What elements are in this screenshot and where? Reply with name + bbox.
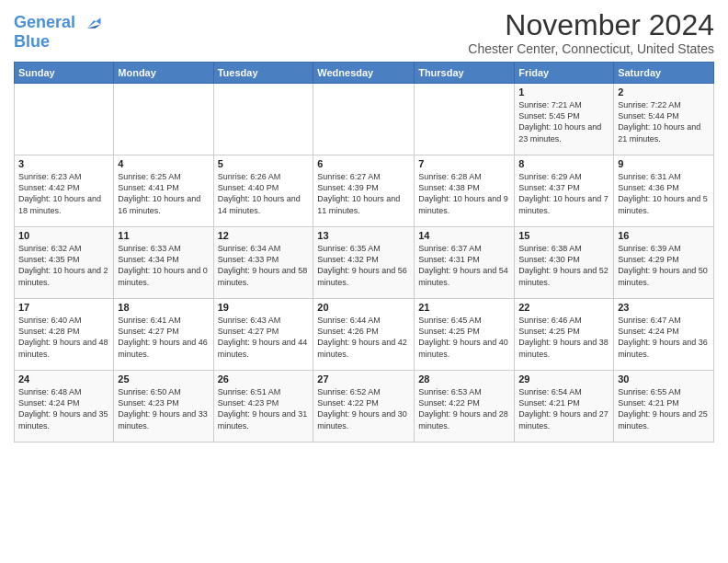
calendar-header-wednesday: Wednesday bbox=[313, 63, 415, 84]
day-info: Sunrise: 7:22 AM Sunset: 5:44 PM Dayligh… bbox=[618, 99, 710, 144]
day-number: 14 bbox=[418, 230, 510, 241]
calendar-cell: 29Sunrise: 6:54 AM Sunset: 4:21 PM Dayli… bbox=[515, 371, 614, 442]
calendar-header-monday: Monday bbox=[114, 63, 213, 84]
day-info: Sunrise: 6:23 AM Sunset: 4:42 PM Dayligh… bbox=[18, 171, 109, 216]
calendar-cell bbox=[213, 84, 313, 155]
calendar-cell: 13Sunrise: 6:35 AM Sunset: 4:32 PM Dayli… bbox=[313, 227, 415, 299]
calendar-cell: 11Sunrise: 6:33 AM Sunset: 4:34 PM Dayli… bbox=[114, 227, 213, 299]
day-info: Sunrise: 6:43 AM Sunset: 4:27 PM Dayligh… bbox=[218, 315, 310, 360]
day-number: 4 bbox=[118, 158, 209, 169]
day-number: 22 bbox=[518, 302, 609, 313]
day-info: Sunrise: 6:53 AM Sunset: 4:22 PM Dayligh… bbox=[418, 386, 510, 431]
day-info: Sunrise: 6:38 AM Sunset: 4:30 PM Dayligh… bbox=[518, 243, 609, 288]
logo-text: General bbox=[14, 13, 102, 33]
day-number: 21 bbox=[418, 302, 510, 313]
calendar-cell: 24Sunrise: 6:48 AM Sunset: 4:24 PM Dayli… bbox=[15, 371, 114, 442]
calendar-week-1: 3Sunrise: 6:23 AM Sunset: 4:42 PM Daylig… bbox=[15, 155, 714, 227]
calendar-cell: 10Sunrise: 6:32 AM Sunset: 4:35 PM Dayli… bbox=[15, 227, 114, 299]
day-info: Sunrise: 6:29 AM Sunset: 4:37 PM Dayligh… bbox=[518, 171, 609, 216]
calendar-cell: 22Sunrise: 6:46 AM Sunset: 4:25 PM Dayli… bbox=[515, 299, 614, 371]
day-info: Sunrise: 6:34 AM Sunset: 4:33 PM Dayligh… bbox=[218, 243, 310, 288]
day-number: 29 bbox=[518, 373, 609, 385]
sub-title: Chester Center, Connecticut, United Stat… bbox=[468, 41, 714, 56]
day-info: Sunrise: 6:47 AM Sunset: 4:24 PM Dayligh… bbox=[618, 315, 710, 360]
day-number: 13 bbox=[317, 230, 410, 241]
calendar-header-saturday: Saturday bbox=[614, 63, 714, 84]
day-info: Sunrise: 6:46 AM Sunset: 4:25 PM Dayligh… bbox=[518, 315, 609, 360]
day-info: Sunrise: 6:44 AM Sunset: 4:26 PM Dayligh… bbox=[317, 315, 410, 360]
day-number: 7 bbox=[418, 158, 510, 169]
day-number: 23 bbox=[618, 302, 710, 313]
calendar-cell: 6Sunrise: 6:27 AM Sunset: 4:39 PM Daylig… bbox=[313, 155, 415, 227]
calendar-cell: 3Sunrise: 6:23 AM Sunset: 4:42 PM Daylig… bbox=[15, 155, 114, 227]
calendar-cell: 4Sunrise: 6:25 AM Sunset: 4:41 PM Daylig… bbox=[114, 155, 213, 227]
calendar-cell: 20Sunrise: 6:44 AM Sunset: 4:26 PM Dayli… bbox=[313, 299, 415, 371]
day-number: 30 bbox=[618, 373, 710, 385]
day-info: Sunrise: 6:25 AM Sunset: 4:41 PM Dayligh… bbox=[118, 171, 209, 216]
day-number: 2 bbox=[618, 86, 710, 98]
day-info: Sunrise: 6:33 AM Sunset: 4:34 PM Dayligh… bbox=[118, 243, 209, 288]
calendar-header-thursday: Thursday bbox=[415, 63, 515, 84]
calendar-cell: 5Sunrise: 6:26 AM Sunset: 4:40 PM Daylig… bbox=[213, 155, 313, 227]
calendar-cell: 14Sunrise: 6:37 AM Sunset: 4:31 PM Dayli… bbox=[415, 227, 515, 299]
day-info: Sunrise: 6:50 AM Sunset: 4:23 PM Dayligh… bbox=[118, 386, 209, 431]
calendar-cell: 23Sunrise: 6:47 AM Sunset: 4:24 PM Dayli… bbox=[614, 299, 714, 371]
day-number: 28 bbox=[418, 373, 510, 385]
calendar-cell: 18Sunrise: 6:41 AM Sunset: 4:27 PM Dayli… bbox=[114, 299, 213, 371]
day-number: 1 bbox=[518, 86, 609, 98]
calendar-cell: 19Sunrise: 6:43 AM Sunset: 4:27 PM Dayli… bbox=[213, 299, 313, 371]
calendar-header-tuesday: Tuesday bbox=[213, 63, 313, 84]
calendar-cell: 1Sunrise: 7:21 AM Sunset: 5:45 PM Daylig… bbox=[515, 84, 614, 155]
day-number: 27 bbox=[317, 373, 410, 385]
logo-icon bbox=[82, 13, 102, 33]
day-info: Sunrise: 6:48 AM Sunset: 4:24 PM Dayligh… bbox=[18, 386, 109, 431]
day-info: Sunrise: 6:40 AM Sunset: 4:28 PM Dayligh… bbox=[18, 315, 109, 360]
calendar-header-sunday: Sunday bbox=[15, 63, 114, 84]
day-number: 5 bbox=[218, 158, 310, 169]
day-number: 19 bbox=[218, 302, 310, 313]
calendar-week-3: 17Sunrise: 6:40 AM Sunset: 4:28 PM Dayli… bbox=[15, 299, 714, 371]
day-number: 16 bbox=[618, 230, 710, 241]
calendar-cell: 8Sunrise: 6:29 AM Sunset: 4:37 PM Daylig… bbox=[515, 155, 614, 227]
day-info: Sunrise: 6:45 AM Sunset: 4:25 PM Dayligh… bbox=[418, 315, 510, 360]
day-info: Sunrise: 6:27 AM Sunset: 4:39 PM Dayligh… bbox=[317, 171, 410, 216]
title-area: November 2024 Chester Center, Connecticu… bbox=[468, 9, 714, 56]
main-title: November 2024 bbox=[468, 9, 714, 41]
calendar-week-0: 1Sunrise: 7:21 AM Sunset: 5:45 PM Daylig… bbox=[15, 84, 714, 155]
calendar-cell: 16Sunrise: 6:39 AM Sunset: 4:29 PM Dayli… bbox=[614, 227, 714, 299]
day-info: Sunrise: 6:55 AM Sunset: 4:21 PM Dayligh… bbox=[618, 386, 710, 431]
day-number: 20 bbox=[317, 302, 410, 313]
logo: General Blue bbox=[14, 13, 102, 52]
day-number: 11 bbox=[118, 230, 209, 241]
day-info: Sunrise: 6:54 AM Sunset: 4:21 PM Dayligh… bbox=[518, 386, 609, 431]
calendar-header-row: SundayMondayTuesdayWednesdayThursdayFrid… bbox=[15, 63, 714, 84]
calendar-week-2: 10Sunrise: 6:32 AM Sunset: 4:35 PM Dayli… bbox=[15, 227, 714, 299]
page: General Blue November 2024 Chester Cente… bbox=[0, 0, 728, 563]
day-info: Sunrise: 6:37 AM Sunset: 4:31 PM Dayligh… bbox=[418, 243, 510, 288]
calendar-cell: 7Sunrise: 6:28 AM Sunset: 4:38 PM Daylig… bbox=[415, 155, 515, 227]
day-number: 3 bbox=[18, 158, 109, 169]
calendar-cell bbox=[114, 84, 213, 155]
day-number: 12 bbox=[218, 230, 310, 241]
calendar-cell bbox=[415, 84, 515, 155]
calendar-cell: 21Sunrise: 6:45 AM Sunset: 4:25 PM Dayli… bbox=[415, 299, 515, 371]
calendar-cell: 26Sunrise: 6:51 AM Sunset: 4:23 PM Dayli… bbox=[213, 371, 313, 442]
calendar-cell: 9Sunrise: 6:31 AM Sunset: 4:36 PM Daylig… bbox=[614, 155, 714, 227]
calendar-cell: 15Sunrise: 6:38 AM Sunset: 4:30 PM Dayli… bbox=[515, 227, 614, 299]
day-info: Sunrise: 6:31 AM Sunset: 4:36 PM Dayligh… bbox=[618, 171, 710, 216]
calendar-cell: 30Sunrise: 6:55 AM Sunset: 4:21 PM Dayli… bbox=[614, 371, 714, 442]
day-number: 18 bbox=[118, 302, 209, 313]
day-number: 17 bbox=[18, 302, 109, 313]
day-number: 10 bbox=[18, 230, 109, 241]
calendar-cell: 2Sunrise: 7:22 AM Sunset: 5:44 PM Daylig… bbox=[614, 84, 714, 155]
day-info: Sunrise: 6:52 AM Sunset: 4:22 PM Dayligh… bbox=[317, 386, 410, 431]
day-info: Sunrise: 6:26 AM Sunset: 4:40 PM Dayligh… bbox=[218, 171, 310, 216]
day-number: 15 bbox=[518, 230, 609, 241]
calendar-cell: 28Sunrise: 6:53 AM Sunset: 4:22 PM Dayli… bbox=[415, 371, 515, 442]
calendar-cell: 17Sunrise: 6:40 AM Sunset: 4:28 PM Dayli… bbox=[15, 299, 114, 371]
calendar-cell: 25Sunrise: 6:50 AM Sunset: 4:23 PM Dayli… bbox=[114, 371, 213, 442]
calendar-week-4: 24Sunrise: 6:48 AM Sunset: 4:24 PM Dayli… bbox=[15, 371, 714, 442]
day-info: Sunrise: 6:39 AM Sunset: 4:29 PM Dayligh… bbox=[618, 243, 710, 288]
day-info: Sunrise: 6:35 AM Sunset: 4:32 PM Dayligh… bbox=[317, 243, 410, 288]
calendar-cell bbox=[15, 84, 114, 155]
